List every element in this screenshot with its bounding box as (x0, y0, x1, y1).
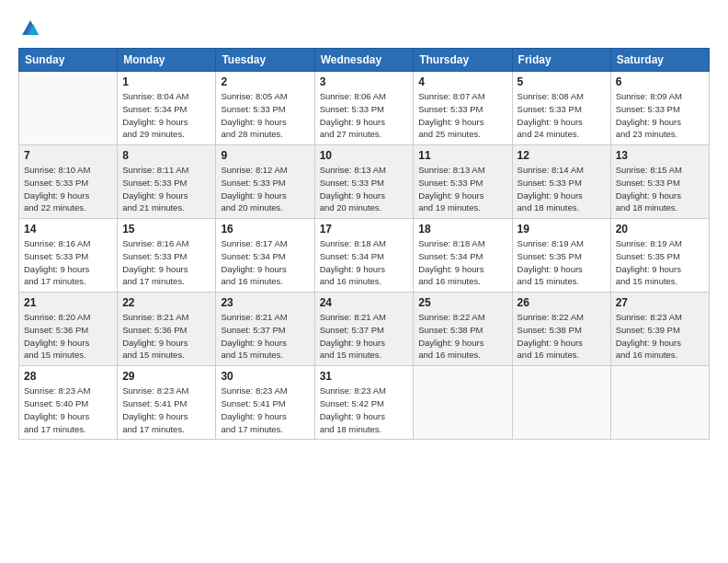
day-info: Sunrise: 8:15 AM Sunset: 5:33 PM Dayligh… (616, 164, 704, 214)
calendar-day-cell: 5Sunrise: 8:08 AM Sunset: 5:33 PM Daylig… (512, 72, 610, 145)
day-number: 2 (221, 75, 309, 88)
day-number: 12 (518, 149, 606, 162)
calendar-day-cell: 23Sunrise: 8:21 AM Sunset: 5:37 PM Dayli… (216, 293, 314, 366)
day-number: 5 (518, 75, 606, 88)
weekday-header: Monday (118, 49, 216, 72)
day-info: Sunrise: 8:18 AM Sunset: 5:34 PM Dayligh… (418, 237, 506, 288)
day-number: 22 (122, 296, 210, 309)
day-info: Sunrise: 8:16 AM Sunset: 5:33 PM Dayligh… (122, 237, 210, 288)
calendar-week-row: 14Sunrise: 8:16 AM Sunset: 5:33 PM Dayli… (19, 219, 710, 293)
calendar-day-cell: 31Sunrise: 8:23 AM Sunset: 5:42 PM Dayli… (314, 366, 414, 440)
day-info: Sunrise: 8:22 AM Sunset: 5:38 PM Dayligh… (518, 311, 606, 362)
calendar-day-cell: 21Sunrise: 8:20 AM Sunset: 5:36 PM Dayli… (19, 293, 118, 366)
header (18, 15, 710, 39)
day-number: 4 (418, 75, 506, 88)
calendar-table: SundayMondayTuesdayWednesdayThursdayFrid… (18, 48, 710, 440)
calendar-week-row: 1Sunrise: 8:04 AM Sunset: 5:34 PM Daylig… (19, 72, 710, 145)
calendar-day-cell: 19Sunrise: 8:19 AM Sunset: 5:35 PM Dayli… (512, 219, 610, 293)
calendar-day-cell (610, 366, 709, 440)
calendar-day-cell: 13Sunrise: 8:15 AM Sunset: 5:33 PM Dayli… (610, 145, 709, 219)
day-info: Sunrise: 8:16 AM Sunset: 5:33 PM Dayligh… (24, 237, 112, 288)
day-info: Sunrise: 8:23 AM Sunset: 5:41 PM Dayligh… (122, 385, 210, 435)
calendar-day-cell: 22Sunrise: 8:21 AM Sunset: 5:36 PM Dayli… (118, 293, 216, 366)
calendar-day-cell (414, 366, 512, 440)
day-number: 7 (24, 149, 112, 162)
day-info: Sunrise: 8:13 AM Sunset: 5:33 PM Dayligh… (320, 164, 409, 214)
calendar-day-cell: 25Sunrise: 8:22 AM Sunset: 5:38 PM Dayli… (414, 293, 512, 366)
calendar-week-row: 7Sunrise: 8:10 AM Sunset: 5:33 PM Daylig… (19, 145, 710, 219)
day-number: 24 (320, 296, 409, 309)
day-number: 18 (418, 223, 506, 236)
day-number: 26 (518, 296, 606, 309)
day-info: Sunrise: 8:13 AM Sunset: 5:33 PM Dayligh… (418, 164, 506, 214)
day-info: Sunrise: 8:23 AM Sunset: 5:42 PM Dayligh… (320, 385, 409, 435)
calendar-day-cell: 11Sunrise: 8:13 AM Sunset: 5:33 PM Dayli… (414, 145, 512, 219)
day-number: 25 (418, 296, 506, 309)
day-info: Sunrise: 8:17 AM Sunset: 5:34 PM Dayligh… (221, 237, 309, 288)
day-number: 6 (616, 75, 704, 88)
calendar-day-cell: 17Sunrise: 8:18 AM Sunset: 5:34 PM Dayli… (314, 219, 414, 293)
calendar-day-cell: 27Sunrise: 8:23 AM Sunset: 5:39 PM Dayli… (610, 293, 709, 366)
weekday-header: Saturday (610, 49, 709, 72)
day-info: Sunrise: 8:22 AM Sunset: 5:38 PM Dayligh… (418, 311, 506, 362)
day-number: 9 (221, 149, 309, 162)
day-info: Sunrise: 8:21 AM Sunset: 5:37 PM Dayligh… (221, 311, 309, 362)
weekday-header: Wednesday (314, 49, 414, 72)
calendar-day-cell: 7Sunrise: 8:10 AM Sunset: 5:33 PM Daylig… (19, 145, 118, 219)
calendar-day-cell: 15Sunrise: 8:16 AM Sunset: 5:33 PM Dayli… (118, 219, 216, 293)
day-info: Sunrise: 8:19 AM Sunset: 5:35 PM Dayligh… (518, 237, 606, 288)
day-info: Sunrise: 8:11 AM Sunset: 5:33 PM Dayligh… (122, 164, 210, 214)
day-info: Sunrise: 8:07 AM Sunset: 5:33 PM Dayligh… (418, 90, 506, 141)
page: SundayMondayTuesdayWednesdayThursdayFrid… (0, 0, 728, 563)
day-number: 16 (221, 223, 309, 236)
weekday-header: Thursday (414, 49, 512, 72)
day-number: 10 (320, 149, 409, 162)
day-info: Sunrise: 8:12 AM Sunset: 5:33 PM Dayligh… (221, 164, 309, 214)
weekday-header: Tuesday (216, 49, 314, 72)
day-number: 20 (616, 223, 704, 236)
day-info: Sunrise: 8:09 AM Sunset: 5:33 PM Dayligh… (616, 90, 704, 141)
day-info: Sunrise: 8:05 AM Sunset: 5:33 PM Dayligh… (221, 90, 309, 141)
calendar-day-cell: 1Sunrise: 8:04 AM Sunset: 5:34 PM Daylig… (118, 72, 216, 145)
day-number: 21 (24, 296, 112, 309)
calendar-day-cell: 8Sunrise: 8:11 AM Sunset: 5:33 PM Daylig… (118, 145, 216, 219)
day-info: Sunrise: 8:19 AM Sunset: 5:35 PM Dayligh… (616, 237, 704, 288)
calendar-day-cell: 4Sunrise: 8:07 AM Sunset: 5:33 PM Daylig… (414, 72, 512, 145)
day-info: Sunrise: 8:23 AM Sunset: 5:39 PM Dayligh… (616, 311, 704, 362)
calendar-day-cell: 10Sunrise: 8:13 AM Sunset: 5:33 PM Dayli… (314, 145, 414, 219)
calendar-day-cell: 9Sunrise: 8:12 AM Sunset: 5:33 PM Daylig… (216, 145, 314, 219)
day-number: 14 (24, 223, 112, 236)
calendar-week-row: 28Sunrise: 8:23 AM Sunset: 5:40 PM Dayli… (19, 366, 710, 440)
day-number: 8 (122, 149, 210, 162)
day-number: 28 (24, 370, 112, 383)
calendar-day-cell: 6Sunrise: 8:09 AM Sunset: 5:33 PM Daylig… (610, 72, 709, 145)
day-number: 30 (221, 370, 309, 383)
day-number: 19 (518, 223, 606, 236)
weekday-header: Friday (512, 49, 610, 72)
day-info: Sunrise: 8:06 AM Sunset: 5:33 PM Dayligh… (320, 90, 409, 141)
day-number: 27 (616, 296, 704, 309)
day-number: 17 (320, 223, 409, 236)
day-info: Sunrise: 8:20 AM Sunset: 5:36 PM Dayligh… (24, 311, 112, 362)
day-info: Sunrise: 8:21 AM Sunset: 5:37 PM Dayligh… (320, 311, 409, 362)
calendar-day-cell: 28Sunrise: 8:23 AM Sunset: 5:40 PM Dayli… (19, 366, 118, 440)
calendar-day-cell: 30Sunrise: 8:23 AM Sunset: 5:41 PM Dayli… (216, 366, 314, 440)
day-info: Sunrise: 8:08 AM Sunset: 5:33 PM Dayligh… (518, 90, 606, 141)
calendar-day-cell (512, 366, 610, 440)
day-number: 11 (418, 149, 506, 162)
day-number: 29 (122, 370, 210, 383)
day-number: 13 (616, 149, 704, 162)
calendar-day-cell: 26Sunrise: 8:22 AM Sunset: 5:38 PM Dayli… (512, 293, 610, 366)
calendar-day-cell: 24Sunrise: 8:21 AM Sunset: 5:37 PM Dayli… (314, 293, 414, 366)
day-number: 15 (122, 223, 210, 236)
calendar-day-cell: 18Sunrise: 8:18 AM Sunset: 5:34 PM Dayli… (414, 219, 512, 293)
logo-icon (20, 18, 40, 39)
calendar-day-cell: 29Sunrise: 8:23 AM Sunset: 5:41 PM Dayli… (118, 366, 216, 440)
day-number: 23 (221, 296, 309, 309)
day-info: Sunrise: 8:10 AM Sunset: 5:33 PM Dayligh… (24, 164, 112, 214)
day-number: 3 (320, 75, 409, 88)
day-info: Sunrise: 8:23 AM Sunset: 5:40 PM Dayligh… (24, 385, 112, 435)
day-number: 31 (320, 370, 409, 383)
day-info: Sunrise: 8:04 AM Sunset: 5:34 PM Dayligh… (122, 90, 210, 141)
calendar-day-cell: 12Sunrise: 8:14 AM Sunset: 5:33 PM Dayli… (512, 145, 610, 219)
